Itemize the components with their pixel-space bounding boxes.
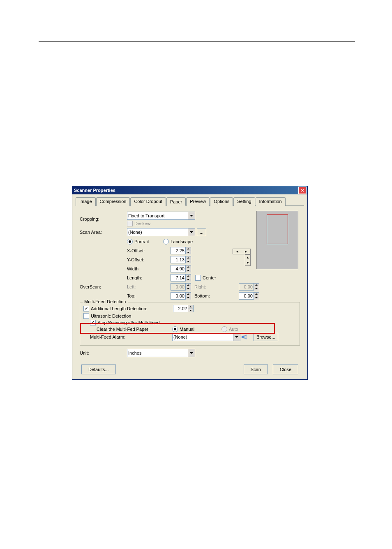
overscan-left-spinner: 0.00 bbox=[171, 283, 191, 291]
spinner-up-icon[interactable] bbox=[186, 247, 191, 251]
spinner-up-icon[interactable] bbox=[186, 274, 191, 278]
close-button[interactable]: Close bbox=[273, 364, 298, 374]
spinner-up-icon[interactable] bbox=[186, 256, 191, 260]
tab-compression[interactable]: Compression bbox=[96, 197, 130, 206]
preview-thumbnail bbox=[256, 211, 298, 269]
unit-label: Unit: bbox=[80, 351, 127, 355]
speaker-icon[interactable] bbox=[240, 333, 248, 341]
tab-information[interactable]: Information bbox=[256, 197, 286, 206]
length-label: Length: bbox=[127, 275, 171, 280]
spinner-down-icon[interactable] bbox=[186, 251, 191, 254]
overscan-label: OverScan: bbox=[80, 284, 127, 289]
width-label: Width: bbox=[127, 266, 171, 271]
spinner-up-icon[interactable] bbox=[186, 265, 191, 269]
cropping-dropdown[interactable]: Fixed to Transport bbox=[127, 212, 195, 220]
spinner-up-icon[interactable] bbox=[186, 293, 191, 296]
ultrasonic-checkbox[interactable] bbox=[83, 313, 89, 319]
xoffset-label: X-Offset: bbox=[127, 248, 171, 253]
stop-scanning-checkbox[interactable] bbox=[90, 320, 96, 325]
overscan-right-label: Right: bbox=[194, 284, 211, 289]
center-checkbox[interactable] bbox=[195, 275, 201, 281]
cropping-label: Cropping: bbox=[80, 217, 127, 221]
portrait-radio[interactable] bbox=[127, 239, 133, 245]
preview-vscroll[interactable]: ▲▼ bbox=[245, 254, 251, 266]
scan-area-more-button[interactable]: ... bbox=[197, 228, 206, 236]
overscan-bottom-spinner[interactable]: 0.00 bbox=[239, 292, 259, 300]
tab-color-dropout[interactable]: Color Dropout bbox=[130, 197, 166, 206]
landscape-radio[interactable] bbox=[163, 239, 169, 245]
chevron-down-icon[interactable] bbox=[233, 333, 240, 341]
spinner-up-icon[interactable] bbox=[188, 305, 193, 309]
title-bar: Scanner Properties ✕ bbox=[72, 186, 307, 194]
stop-scanning-label: Stop Scanning after Multi-Feed bbox=[97, 320, 160, 325]
alarm-label: Multi-Feed Alarm: bbox=[90, 334, 172, 339]
preview-crop-rect bbox=[267, 215, 288, 244]
scan-area-dropdown[interactable]: (None) bbox=[127, 228, 195, 236]
overscan-left-label: Left: bbox=[127, 284, 171, 289]
defaults-button[interactable]: Defaults... bbox=[81, 364, 116, 374]
close-icon[interactable]: ✕ bbox=[298, 187, 307, 194]
unit-dropdown[interactable]: Inches bbox=[127, 349, 195, 357]
ald-label: Additional Length Detection: bbox=[91, 306, 173, 311]
scan-area-label: Scan Area: bbox=[80, 230, 127, 235]
spinner-up-icon[interactable] bbox=[254, 293, 259, 296]
tab-image[interactable]: Image bbox=[76, 197, 96, 206]
overscan-top-spinner[interactable]: 0.00 bbox=[171, 292, 191, 300]
scan-button[interactable]: Scan bbox=[244, 364, 268, 374]
deskew-checkbox bbox=[127, 221, 133, 226]
clear-manual-radio[interactable] bbox=[172, 326, 178, 332]
yoffset-label: Y-Offset: bbox=[127, 257, 171, 262]
clear-paper-label: Clear the Multi-Fed Paper: bbox=[97, 327, 172, 332]
arrow-right-icon[interactable]: ► bbox=[242, 249, 250, 254]
tab-setting[interactable]: Setting bbox=[233, 197, 255, 206]
ald-spinner[interactable]: 2.02 bbox=[173, 305, 194, 312]
multifeed-fieldset: Multi-Feed Detection Additional Length D… bbox=[80, 302, 300, 346]
dialog-title: Scanner Properties bbox=[74, 188, 115, 193]
arrow-up-icon[interactable]: ▲ bbox=[245, 255, 250, 260]
multifeed-legend: Multi-Feed Detection bbox=[83, 299, 128, 304]
chevron-down-icon[interactable] bbox=[188, 228, 195, 236]
browse-button[interactable]: Browse... bbox=[254, 333, 278, 341]
xoffset-spinner[interactable]: 2.25 bbox=[171, 247, 191, 254]
tab-options[interactable]: Options bbox=[210, 197, 233, 206]
preview-hscroll[interactable]: ◄► bbox=[233, 249, 251, 254]
tab-paper[interactable]: Paper bbox=[166, 197, 186, 206]
overscan-right-spinner: 0.00 bbox=[239, 283, 259, 291]
chevron-down-icon[interactable] bbox=[188, 349, 195, 357]
scanner-properties-dialog: Scanner Properties ✕ Image Compression C… bbox=[72, 186, 308, 380]
spinner-down-icon[interactable] bbox=[188, 309, 193, 312]
alarm-dropdown[interactable]: (None) bbox=[172, 333, 240, 341]
overscan-top-label: Top: bbox=[127, 293, 171, 298]
clear-auto-radio bbox=[221, 326, 227, 332]
chevron-down-icon[interactable] bbox=[188, 212, 195, 219]
spinner-down-icon[interactable] bbox=[186, 278, 191, 281]
ultrasonic-label: Ultrasonic Detection bbox=[91, 314, 131, 318]
arrow-down-icon[interactable]: ▼ bbox=[245, 260, 250, 265]
yoffset-spinner[interactable]: 1.13 bbox=[171, 256, 191, 263]
paper-panel: Cropping: Fixed to Transport Deskew Scan… bbox=[76, 209, 304, 377]
length-spinner[interactable]: 7.14 bbox=[171, 274, 191, 281]
spinner-down-icon[interactable] bbox=[186, 296, 191, 300]
deskew-label: Deskew bbox=[134, 221, 150, 226]
arrow-left-icon[interactable]: ◄ bbox=[233, 249, 242, 254]
tab-strip: Image Compression Color Dropout Paper Pr… bbox=[76, 197, 304, 206]
ald-checkbox[interactable] bbox=[83, 306, 89, 311]
overscan-bottom-label: Bottom: bbox=[194, 293, 211, 298]
horizontal-rule bbox=[39, 41, 355, 42]
spinner-down-icon[interactable] bbox=[186, 269, 191, 272]
spinner-down-icon[interactable] bbox=[254, 296, 259, 300]
tab-preview[interactable]: Preview bbox=[186, 197, 210, 206]
spinner-down-icon[interactable] bbox=[186, 260, 191, 263]
width-spinner[interactable]: 4.90 bbox=[171, 265, 191, 272]
